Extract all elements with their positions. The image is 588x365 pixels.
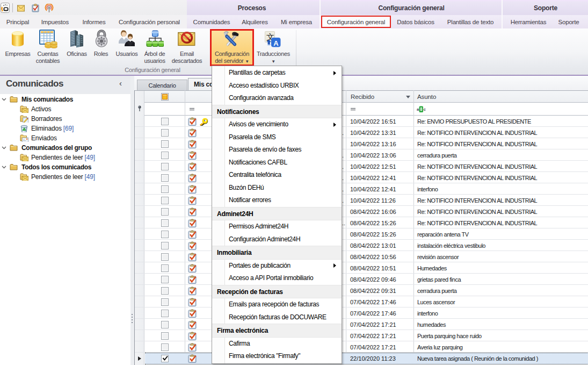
svg-text:c: c: [424, 107, 426, 112]
svg-text:a: a: [417, 107, 419, 112]
svg-text:A: A: [273, 39, 279, 47]
